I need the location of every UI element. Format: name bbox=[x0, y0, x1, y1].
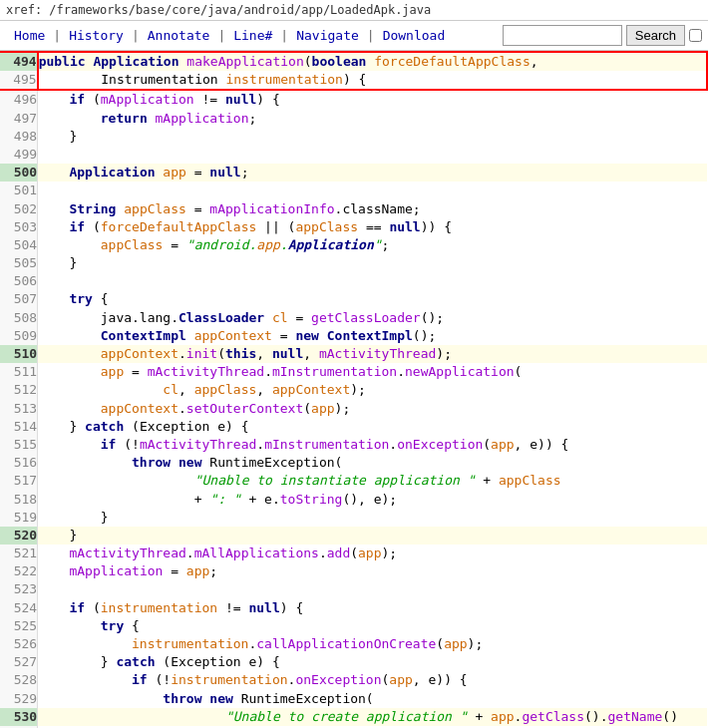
code-line bbox=[38, 272, 707, 290]
line-num: 530 bbox=[0, 708, 38, 726]
code-line: Instrumentation instrumentation) { bbox=[38, 71, 707, 90]
code-line: try { bbox=[38, 617, 707, 635]
line-num: 516 bbox=[0, 454, 38, 472]
code-line: String appClass = mApplicationInfo.class… bbox=[38, 200, 707, 218]
line-num: 498 bbox=[0, 128, 38, 146]
code-line: if (instrumentation != null) { bbox=[38, 599, 707, 617]
code-line: instrumentation.callApplicationOnCreate(… bbox=[38, 635, 707, 653]
line-num: 503 bbox=[0, 218, 38, 236]
code-line: if (mApplication != null) { bbox=[38, 90, 707, 109]
code-line: if (!mActivityThread.mInstrumentation.on… bbox=[38, 436, 707, 454]
line-num: 515 bbox=[0, 436, 38, 454]
code-line: if (forceDefaultAppClass || (appClass ==… bbox=[38, 218, 707, 236]
line-num: 505 bbox=[0, 254, 38, 272]
line-num: 525 bbox=[0, 617, 38, 635]
code-line: mApplication = app; bbox=[38, 562, 707, 580]
line-num: 499 bbox=[0, 146, 38, 164]
code-line: cl, appClass, appContext); bbox=[38, 381, 707, 399]
code-line: if (!instrumentation.onException(app, e)… bbox=[38, 671, 707, 689]
line-num: 511 bbox=[0, 363, 38, 381]
code-table: 494public Application makeApplication(bo… bbox=[0, 51, 708, 728]
code-line: app = mActivityThread.mInstrumentation.n… bbox=[38, 363, 707, 381]
line-num: 528 bbox=[0, 671, 38, 689]
nav-navigate[interactable]: Navigate bbox=[288, 26, 367, 45]
line-num: 522 bbox=[0, 562, 38, 580]
nav-sep-3: | bbox=[217, 28, 225, 43]
line-num: 514 bbox=[0, 418, 38, 436]
code-line: throw new RuntimeException( bbox=[38, 690, 707, 708]
nav-history[interactable]: History bbox=[61, 26, 132, 45]
code-line: + ": " + e.toString(), e); bbox=[38, 491, 707, 509]
code-line: } bbox=[38, 527, 707, 545]
line-num: 519 bbox=[0, 509, 38, 527]
code-line bbox=[38, 146, 707, 164]
code-line: java.lang.ClassLoader cl = getClassLoade… bbox=[38, 309, 707, 327]
line-num: 501 bbox=[0, 182, 38, 199]
code-line: throw new RuntimeException( bbox=[38, 454, 707, 472]
code-line: try { bbox=[38, 290, 707, 308]
nav-sep-5: | bbox=[367, 28, 375, 43]
line-num: 521 bbox=[0, 545, 38, 562]
code-line: } bbox=[38, 254, 707, 272]
code-line: ContextImpl appContext = new ContextImpl… bbox=[38, 327, 707, 345]
code-line: public Application makeApplication(boole… bbox=[38, 52, 707, 71]
line-num: 509 bbox=[0, 327, 38, 345]
line-num: 529 bbox=[0, 690, 38, 708]
line-num: 526 bbox=[0, 635, 38, 653]
code-line bbox=[38, 580, 707, 598]
code-line: } bbox=[38, 128, 707, 146]
line-num: 512 bbox=[0, 381, 38, 399]
line-num: 527 bbox=[0, 653, 38, 671]
line-num: 506 bbox=[0, 272, 38, 290]
nav-sep-2: | bbox=[132, 28, 140, 43]
nav-sep-1: | bbox=[53, 28, 61, 43]
nav-sep-4: | bbox=[280, 28, 288, 43]
search-input[interactable] bbox=[503, 25, 622, 46]
line-num: 504 bbox=[0, 236, 38, 254]
code-line: appContext.setOuterContext(app); bbox=[38, 400, 707, 418]
search-box: Search bbox=[503, 25, 702, 46]
code-area: 494public Application makeApplication(bo… bbox=[0, 51, 708, 728]
code-line: "Unable to instantiate application " + a… bbox=[38, 472, 707, 490]
line-num: 524 bbox=[0, 599, 38, 617]
line-num: 495 bbox=[0, 71, 38, 90]
code-line: Application app = null; bbox=[38, 164, 707, 182]
nav-annotate[interactable]: Annotate bbox=[140, 26, 218, 45]
line-num: 518 bbox=[0, 491, 38, 509]
nav-home[interactable]: Home bbox=[6, 26, 53, 45]
code-line: return mApplication; bbox=[38, 110, 707, 128]
nav-download[interactable]: Download bbox=[375, 26, 454, 45]
line-num: 513 bbox=[0, 400, 38, 418]
code-line: "Unable to create application " + app.ge… bbox=[38, 708, 707, 726]
code-line bbox=[38, 182, 707, 199]
line-num: 523 bbox=[0, 580, 38, 598]
line-num: 507 bbox=[0, 290, 38, 308]
line-num: 497 bbox=[0, 110, 38, 128]
nav-bar: Home | History | Annotate | Line# | Navi… bbox=[0, 21, 708, 51]
code-line: } catch (Exception e) { bbox=[38, 653, 707, 671]
line-num: 502 bbox=[0, 200, 38, 218]
line-num: 508 bbox=[0, 309, 38, 327]
code-line: appContext.init(this, null, mActivityThr… bbox=[38, 345, 707, 363]
search-button[interactable]: Search bbox=[626, 25, 685, 46]
line-num: 500 bbox=[0, 164, 38, 182]
code-line: } catch (Exception e) { bbox=[38, 418, 707, 436]
line-num: 520 bbox=[0, 527, 38, 545]
code-line: } bbox=[38, 509, 707, 527]
code-line: appClass = "android.app.Application"; bbox=[38, 236, 707, 254]
line-num: 494 bbox=[0, 52, 38, 71]
line-num: 517 bbox=[0, 472, 38, 490]
line-num: 496 bbox=[0, 90, 38, 109]
code-line: mActivityThread.mAllApplications.add(app… bbox=[38, 545, 707, 562]
line-num: 510 bbox=[0, 345, 38, 363]
nav-line[interactable]: Line# bbox=[225, 26, 280, 45]
search-checkbox[interactable] bbox=[689, 29, 702, 42]
title-bar: xref: /frameworks/base/core/java/android… bbox=[0, 0, 708, 21]
title-text: xref: /frameworks/base/core/java/android… bbox=[6, 3, 431, 17]
